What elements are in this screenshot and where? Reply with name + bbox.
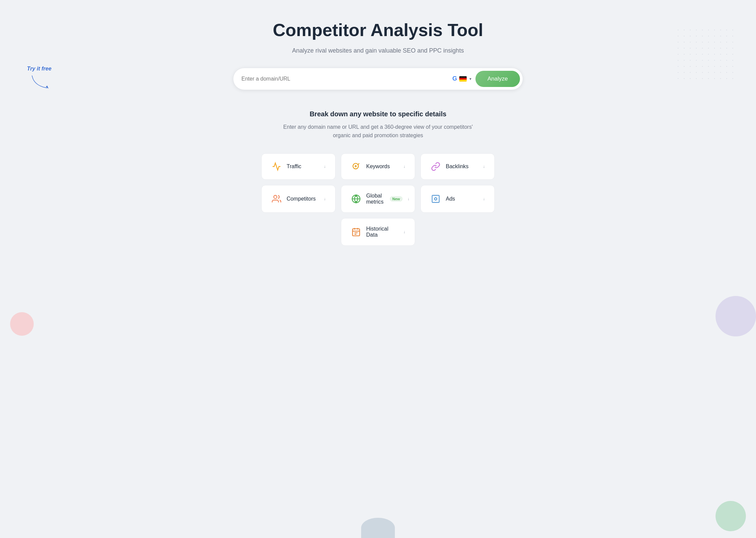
feature-card-traffic[interactable]: Traffic ↓ — [261, 153, 336, 180]
backlinks-icon — [430, 161, 441, 172]
search-input[interactable] — [241, 76, 453, 82]
decorative-circle-green — [716, 501, 746, 531]
country-dropdown-chevron-icon[interactable]: ▾ — [469, 77, 471, 81]
feature-card-competitors[interactable]: Competitors ↓ — [261, 185, 336, 213]
historical-data-chevron-icon: ↓ — [403, 230, 405, 234]
features-section: Break down any website to specific detai… — [233, 110, 523, 246]
keywords-label: Keywords — [366, 163, 399, 170]
ads-label: Ads — [446, 196, 478, 202]
search-controls: G ▾ — [453, 75, 471, 82]
svg-marker-0 — [46, 86, 49, 89]
feature-cards-grid: Traffic ↓ Keywords ↓ — [233, 153, 523, 246]
global-metrics-chevron-icon: ↓ — [407, 197, 409, 201]
historical-data-icon — [351, 227, 361, 237]
feature-card-global-metrics[interactable]: Global metrics New ↓ — [341, 185, 415, 213]
traffic-icon — [271, 161, 282, 172]
backlinks-label: Backlinks — [446, 163, 478, 170]
ads-icon — [430, 193, 441, 204]
feature-card-historical-data[interactable]: Historical Data ↓ — [341, 218, 415, 246]
keywords-icon — [351, 161, 361, 172]
decorative-circle-purple — [716, 296, 756, 336]
feature-card-backlinks[interactable]: Backlinks ↓ — [420, 153, 495, 180]
cards-row-2: Competitors ↓ Global metrics New — [261, 185, 495, 213]
features-heading: Break down any website to specific detai… — [233, 110, 523, 118]
page-subtitle: Analyze rival websites and gain valuable… — [233, 47, 523, 54]
dots-decoration — [675, 27, 736, 81]
google-icon: G — [453, 75, 457, 82]
page-title: Competitor Analysis Tool — [233, 20, 523, 40]
competitors-label: Competitors — [287, 196, 319, 202]
global-metrics-label: Global metrics — [366, 193, 384, 205]
search-bar: G ▾ Analyze — [233, 68, 523, 90]
decorative-circle-gray — [361, 518, 395, 538]
features-description: Enter any domain name or URL and get a 3… — [233, 123, 523, 140]
competitors-chevron-icon: ↓ — [324, 197, 326, 201]
svg-point-2 — [274, 195, 277, 198]
svg-point-4 — [435, 198, 437, 200]
backlinks-chevron-icon: ↓ — [483, 164, 485, 169]
global-metrics-icon — [351, 193, 361, 204]
try-free-annotation: Try it free — [27, 66, 52, 91]
try-free-label[interactable]: Try it free — [27, 66, 52, 71]
feature-card-keywords[interactable]: Keywords ↓ — [341, 153, 415, 180]
cards-row-3: Historical Data ↓ — [341, 218, 415, 246]
new-badge: New — [390, 196, 403, 202]
historical-data-label: Historical Data — [366, 226, 399, 238]
keywords-chevron-icon: ↓ — [403, 164, 405, 169]
country-flag-icon — [459, 76, 467, 82]
traffic-label: Traffic — [287, 163, 319, 170]
traffic-chevron-icon: ↓ — [324, 164, 326, 169]
svg-rect-3 — [432, 195, 439, 202]
cards-row-1: Traffic ↓ Keywords ↓ — [261, 153, 495, 180]
analyze-button[interactable]: Analyze — [475, 71, 520, 87]
competitors-icon — [271, 193, 282, 204]
try-free-arrow-icon — [30, 74, 51, 91]
feature-card-ads[interactable]: Ads ↓ — [420, 185, 495, 213]
decorative-circle-pink — [10, 312, 34, 336]
ads-chevron-icon: ↓ — [483, 197, 485, 201]
